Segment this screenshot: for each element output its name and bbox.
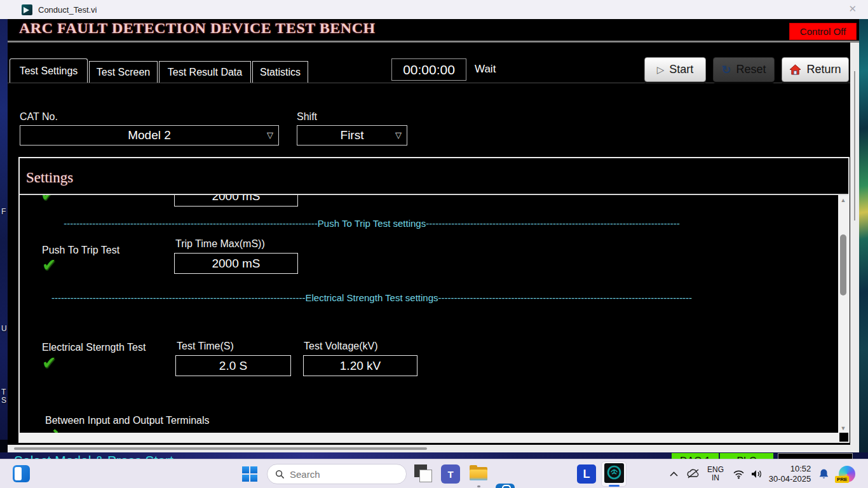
start-button-label: Start: [669, 63, 693, 76]
state-text: Wait: [475, 63, 496, 76]
return-button[interactable]: Return: [782, 57, 849, 82]
settings-vertical-scrollbar[interactable]: ▲ ▼: [838, 195, 848, 433]
task-view-icon[interactable]: [414, 464, 433, 484]
app-header: ARC FAULT DETECTION DEVICE TEST BENCH Co…: [8, 19, 859, 41]
settings-panel: Settings ✔ 2000 mS ---------------------…: [18, 157, 850, 443]
check-icon: ✔: [42, 255, 57, 275]
screen: F U T S Conduct_Test.vi ✕ ARC FAULT DETE…: [0, 0, 868, 488]
test-voltage-label: Test Voltage(kV): [304, 341, 378, 352]
cat-no-value: Model 2: [128, 128, 171, 142]
desktop-icon-label: U: [1, 324, 7, 333]
electrical-strength-separator: ----------------------------------------…: [41, 292, 703, 305]
app-window: ARC FAULT DETECTION DEVICE TEST BENCH Co…: [8, 19, 859, 452]
return-button-label: Return: [806, 63, 841, 76]
scrollbar-thumb[interactable]: [854, 71, 855, 220]
volume-icon[interactable]: [749, 459, 765, 488]
reset-icon: ↻: [721, 63, 731, 77]
test-time-label: Test Time(S): [177, 341, 234, 352]
active-app-slot[interactable]: [601, 461, 627, 487]
copilot-preview-badge: PRE: [835, 476, 849, 483]
tab-test-settings[interactable]: Test Settings: [10, 58, 88, 83]
labview-vi-icon: [22, 4, 32, 15]
shift-dropdown[interactable]: First ▽: [297, 125, 407, 146]
cat-no-dropdown[interactable]: Model 2 ▽: [20, 125, 279, 146]
play-icon: ▷: [657, 64, 665, 76]
close-icon[interactable]: ✕: [848, 3, 857, 15]
tab-test-screen[interactable]: Test Screen: [89, 61, 158, 83]
window-horizontal-scrollbar[interactable]: [8, 445, 850, 452]
trip-time-max-label: Trip Time Max(mS)): [175, 238, 265, 250]
window-title: Conduct_Test.vi: [38, 5, 97, 15]
conduct-test-app-icon[interactable]: [604, 463, 624, 483]
cat-no-label: CAT No.: [20, 111, 58, 123]
chevron-down-icon: ▽: [395, 130, 402, 140]
control-off-button[interactable]: Control Off: [789, 23, 857, 40]
taskbar: T L: [0, 459, 868, 488]
taskbar-search[interactable]: [267, 464, 407, 484]
widgets-icon[interactable]: [13, 465, 30, 482]
tray-time: 10:52: [769, 464, 811, 474]
start-button[interactable]: ▷ Start: [644, 57, 706, 82]
windows-start-button[interactable]: [242, 466, 257, 482]
test-time-field[interactable]: 2.0 S: [175, 355, 291, 376]
copilot-icon[interactable]: PRE: [836, 459, 858, 488]
window-vertical-scrollbar[interactable]: [850, 43, 859, 452]
electrical-strength-test-label: Electrical Sterngth Test: [42, 342, 146, 353]
scrollbar-thumb[interactable]: [14, 447, 427, 450]
running-app-dot: [477, 485, 480, 487]
reset-button[interactable]: ↻ Reset: [713, 57, 775, 82]
main-content: Test Settings Test Screen Test Result Da…: [8, 43, 850, 445]
l-app-icon[interactable]: L: [577, 464, 596, 484]
desktop-icon-label: F: [1, 207, 6, 216]
push-to-trip-separator: ----------------------------------------…: [41, 218, 703, 231]
tab-test-result-data[interactable]: Test Result Data: [159, 61, 251, 83]
test-voltage-field[interactable]: 1.20 kV: [303, 355, 417, 376]
scrollbar-thumb[interactable]: [840, 234, 846, 295]
wifi-icon[interactable]: [731, 459, 746, 488]
search-icon: [275, 470, 285, 479]
tray-chevron-up-icon[interactable]: [667, 459, 680, 488]
notification-bell-icon[interactable]: [816, 459, 831, 488]
desktop-icon-label: T: [1, 388, 6, 396]
check-icon: ✔: [41, 195, 55, 205]
tray-date: 30-04-2025: [769, 474, 811, 484]
chevron-down-icon: ▽: [267, 130, 273, 140]
desktop-wallpaper-right: [859, 19, 868, 459]
clock-datetime[interactable]: 10:5230-04-2025: [765, 459, 815, 488]
elapsed-timer: 00:00:00: [391, 58, 466, 81]
file-explorer-icon[interactable]: [469, 464, 488, 484]
microsoft-store-icon[interactable]: [496, 484, 515, 488]
active-app-indicator: [609, 485, 620, 487]
shift-value: First: [341, 128, 364, 142]
clipped-value-field[interactable]: 2000 mS: [174, 195, 298, 207]
tab-statistics[interactable]: Statistics: [252, 61, 308, 83]
teams-icon[interactable]: T: [441, 464, 460, 484]
tab-underline: [8, 83, 850, 83]
desktop-icon-label: S: [1, 396, 6, 405]
settings-scroll-area: ✔ 2000 mS ------------------------------…: [20, 195, 838, 433]
language-indicator[interactable]: ENGIN: [704, 459, 727, 488]
search-input[interactable]: [290, 469, 391, 480]
scroll-up-arrow-icon[interactable]: ▲: [838, 195, 848, 205]
scroll-down-arrow-icon[interactable]: ▼: [838, 423, 848, 433]
shift-label: Shift: [297, 111, 317, 123]
desktop-wallpaper-left: F U T S: [0, 0, 8, 440]
onedrive-paused-icon[interactable]: [685, 459, 702, 488]
settings-horizontal-scrollbar[interactable]: [20, 433, 839, 442]
home-icon: [789, 64, 801, 75]
reset-button-label: Reset: [736, 63, 766, 76]
trip-time-max-field[interactable]: 2000 mS: [174, 253, 298, 274]
window-titlebar: Conduct_Test.vi ✕: [0, 0, 868, 19]
settings-title: Settings: [26, 170, 73, 186]
check-icon: ✔: [42, 353, 57, 373]
between-terminals-label: Between Input and Output Terminals: [45, 415, 210, 426]
page-title: ARC FAULT DETECTION DEVICE TEST BENCH: [19, 20, 376, 37]
